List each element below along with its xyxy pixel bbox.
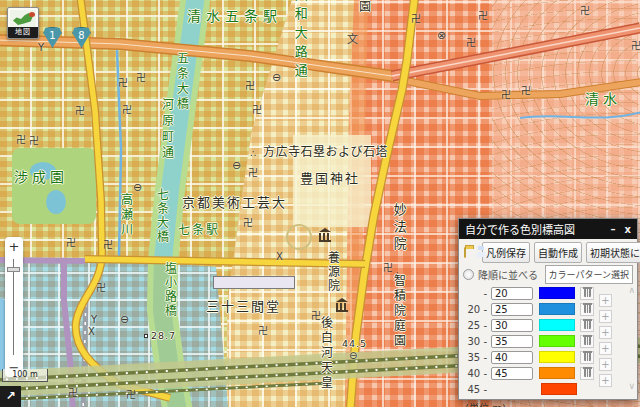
label-toyokuni-shrine: 豊国神社 bbox=[300, 172, 360, 186]
upper-bound-input[interactable] bbox=[491, 303, 533, 316]
station-icon: ⊖ bbox=[133, 182, 142, 193]
save-legend-button[interactable]: 凡例保存 bbox=[482, 242, 530, 263]
color-swatch[interactable] bbox=[539, 367, 575, 379]
add-row-button[interactable]: + bbox=[599, 374, 612, 387]
temple-icon: 卍 bbox=[383, 263, 393, 273]
panel-toolbar: 凡例保存 自動作成 初期状態に戻す bbox=[459, 239, 637, 265]
school-icon: 文 bbox=[347, 34, 358, 45]
fire-station-icon: Y bbox=[38, 43, 44, 53]
temple-icon: 卍 bbox=[16, 135, 26, 145]
trash-icon bbox=[584, 289, 591, 297]
layer-select-button[interactable]: 地図 bbox=[7, 7, 39, 39]
temple-icon: 卍 bbox=[66, 238, 76, 248]
temple-icon: 卍 bbox=[521, 86, 531, 96]
scroll-up-icon[interactable]: ∧ bbox=[628, 285, 635, 295]
temple-icon: 卍 bbox=[466, 38, 476, 48]
color-swatch[interactable] bbox=[539, 287, 575, 299]
delete-row-button[interactable] bbox=[580, 367, 594, 380]
add-row-button[interactable]: + bbox=[599, 310, 612, 323]
temple-icon: 卍 bbox=[122, 105, 132, 115]
zoom-control: + − bbox=[5, 237, 23, 377]
trash-icon bbox=[584, 305, 591, 313]
add-row-button[interactable]: + bbox=[599, 342, 612, 355]
police-box-icon: X bbox=[276, 252, 283, 262]
temple-icon: 卍 bbox=[29, 136, 39, 146]
minimize-button[interactable]: – bbox=[611, 224, 616, 235]
zoom-in-button[interactable]: + bbox=[5, 239, 23, 254]
label-sanjusangendo: 三十三間堂 bbox=[206, 300, 281, 314]
temple-icon: 卍 bbox=[580, 6, 590, 16]
gsi-map-app: 卍卍卍卍卍卍卍卍卍卍卍卍卍卍卍卍卍卍卍卍卍卍卍卍卍⊗文⊖⊖⊖⊖⊖∴∴XXYY 清… bbox=[0, 0, 640, 407]
label-kawaramachi-dori: 河原町通 bbox=[160, 98, 173, 162]
delete-row-button[interactable] bbox=[580, 303, 594, 316]
elevation-panel: 自分で作る色別標高図 – x 凡例保存 自動作成 初期状態に戻す 降順に並べる … bbox=[458, 218, 638, 400]
upper-bound-input[interactable] bbox=[491, 335, 533, 348]
delete-row-button[interactable] bbox=[580, 319, 594, 332]
upper-bound-input[interactable] bbox=[491, 319, 533, 332]
sort-row: 降順に並べる カラーパターン選択 bbox=[459, 265, 637, 283]
range-label: 45 - bbox=[461, 384, 491, 395]
temple-icon: 卍 bbox=[118, 78, 128, 88]
upper-bound-input[interactable] bbox=[491, 351, 533, 364]
trash-icon bbox=[584, 337, 591, 345]
reset-button[interactable]: 初期状態に戻す bbox=[586, 242, 640, 263]
add-row-button[interactable]: + bbox=[599, 294, 612, 307]
label-goshirakawa-tenno: 後白河天皇 bbox=[319, 316, 332, 391]
sanjusangendo-hall bbox=[213, 276, 295, 289]
upper-bound-input[interactable] bbox=[491, 287, 533, 300]
color-swatch[interactable] bbox=[539, 335, 575, 347]
expand-arrow-button[interactable]: ↗ bbox=[0, 386, 21, 407]
trash-icon bbox=[584, 353, 591, 361]
label-en-park: 園 bbox=[359, 1, 371, 14]
museum-icon bbox=[319, 233, 331, 242]
label-shiokoji-bashi: 塩小路橋 bbox=[163, 262, 176, 318]
station-icon: ⊖ bbox=[120, 314, 129, 325]
museum-icon bbox=[336, 303, 348, 312]
label-kyoto-art-univ: 京都美術工芸大 bbox=[182, 196, 287, 210]
add-row-button[interactable]: + bbox=[599, 358, 612, 371]
delete-row-button[interactable] bbox=[580, 335, 594, 348]
label-kiyomizu-gojo-station: 清水五条駅 bbox=[187, 9, 282, 24]
panel-titlebar[interactable]: 自分で作る色別標高図 – x bbox=[459, 219, 637, 239]
label-shoseien: 渉成園 bbox=[14, 170, 68, 185]
temple-icon: 卍 bbox=[103, 240, 113, 250]
color-pattern-select[interactable]: カラーパターン選択 bbox=[545, 265, 633, 284]
upper-bound-input[interactable] bbox=[491, 367, 533, 380]
shoseien-garden-area bbox=[12, 148, 96, 224]
color-swatch[interactable] bbox=[539, 319, 575, 331]
temple-icon: 卍 bbox=[478, 11, 488, 21]
close-button[interactable]: x bbox=[625, 224, 631, 235]
sort-descending-radio[interactable] bbox=[463, 269, 474, 280]
elevation-row: - + bbox=[461, 285, 623, 301]
label-kiyomizu: 清水 bbox=[585, 92, 621, 107]
zoom-slider-track[interactable] bbox=[13, 259, 14, 355]
open-folder-icon[interactable] bbox=[464, 247, 466, 258]
temple-icon: 卍 bbox=[248, 168, 258, 178]
zoom-slider-handle[interactable] bbox=[7, 267, 20, 272]
color-swatch[interactable] bbox=[541, 383, 577, 395]
delete-row-button[interactable] bbox=[580, 351, 594, 364]
color-swatch[interactable] bbox=[539, 303, 575, 315]
label-myohoin: 妙法院 bbox=[392, 203, 406, 254]
temple-icon: 卍 bbox=[136, 73, 146, 83]
delete-row-button[interactable] bbox=[580, 287, 594, 300]
benchmark-icon: ⊖ bbox=[349, 351, 357, 361]
layer-button-label: 地図 bbox=[8, 27, 38, 38]
label-yamato-oji-dori: 大和大路通 bbox=[293, 0, 307, 83]
temple-icon: 卍 bbox=[75, 106, 85, 116]
unit-label: (単位:m) bbox=[459, 397, 637, 407]
temple-icon: 卍 bbox=[68, 388, 78, 398]
auto-create-button[interactable]: 自動作成 bbox=[534, 242, 582, 263]
add-row-button[interactable]: + bbox=[599, 326, 612, 339]
label-yogenin: 養源院 bbox=[326, 251, 339, 293]
temple-icon: 卍 bbox=[96, 283, 106, 293]
label-hokoji-stone-wall: 方広寺石塁および石塔 bbox=[263, 146, 388, 159]
range-label: 20 - bbox=[461, 304, 491, 315]
temple-icon: 卍 bbox=[631, 41, 640, 51]
label-spot-height-445: 44.5 bbox=[342, 339, 367, 349]
sort-descending-label: 降順に並べる bbox=[478, 267, 538, 282]
range-label: 30 - bbox=[461, 336, 491, 347]
color-swatch[interactable] bbox=[539, 351, 575, 363]
scroll-down-icon[interactable]: ∨ bbox=[628, 381, 635, 391]
label-spot-height-287: 28.7 bbox=[151, 331, 176, 341]
